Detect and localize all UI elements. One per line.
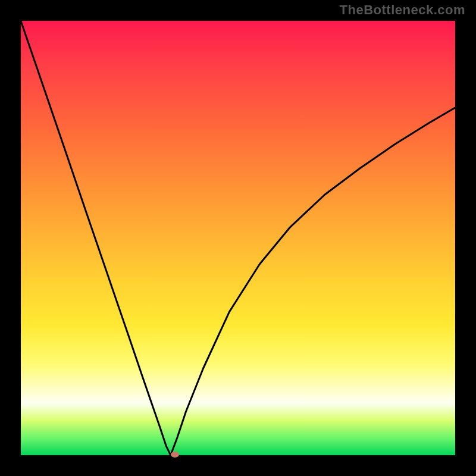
optimal-point-marker: [171, 452, 179, 458]
chart-frame: TheBottleneck.com: [0, 0, 476, 476]
watermark-text: TheBottleneck.com: [340, 2, 465, 18]
bottleneck-curve: [21, 21, 455, 455]
